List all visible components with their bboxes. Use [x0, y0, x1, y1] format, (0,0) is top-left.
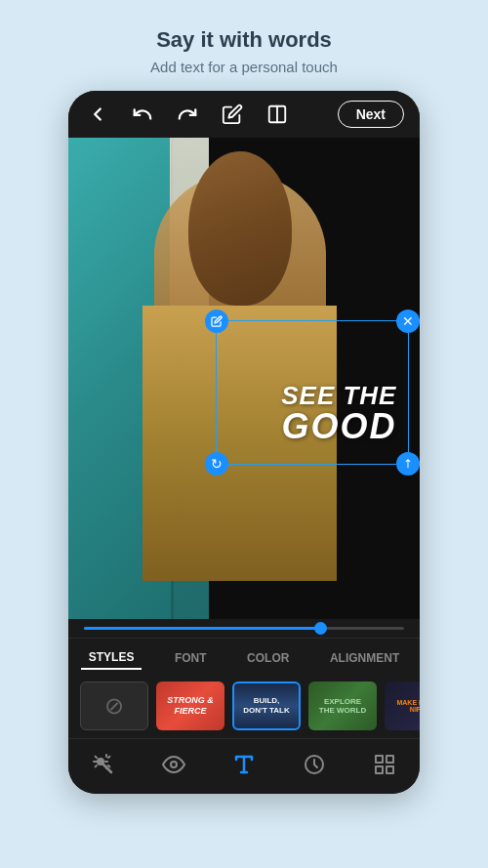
undo-icon[interactable] [129, 101, 156, 128]
none-icon: ⊘ [104, 692, 124, 720]
slider-track[interactable] [84, 627, 404, 630]
svg-rect-10 [376, 766, 383, 773]
nav-history[interactable] [299, 749, 330, 780]
style-build-dont-talk[interactable]: BUILD,DON'T TALK [232, 682, 301, 730]
styles-row: ⊘ STRONG &FIERCE BUILD,DON'T TALK EXPLOR… [68, 674, 420, 738]
svg-point-4 [171, 762, 177, 767]
style-strong-fierce[interactable]: STRONG &FIERCE [156, 682, 224, 730]
top-bar-left [84, 101, 291, 128]
svg-line-3 [103, 765, 111, 772]
style-none[interactable]: ⊘ [80, 682, 148, 730]
page-title: Say it with words [150, 27, 338, 53]
tab-alignment[interactable]: ALIGNMENT [322, 647, 407, 669]
svg-rect-11 [386, 766, 393, 773]
back-icon[interactable] [84, 101, 111, 128]
tab-styles[interactable]: STYLES [81, 646, 142, 670]
compare-icon[interactable] [264, 101, 291, 128]
tab-color[interactable]: COLOR [239, 647, 297, 669]
image-area: ✕ ↻ ↗ SEE THE GOOD [68, 138, 420, 619]
svg-rect-8 [376, 756, 383, 763]
overlay-line2: GOOD [281, 409, 396, 444]
next-button[interactable]: Next [338, 101, 404, 128]
tab-font[interactable]: FONT [167, 647, 215, 669]
edit-icon[interactable] [219, 101, 246, 128]
slider-thumb[interactable] [314, 622, 327, 635]
text-overlay[interactable]: SEE THE GOOD [281, 382, 396, 445]
bottom-nav [68, 738, 420, 794]
nav-wand[interactable] [88, 749, 119, 780]
nav-eye[interactable] [158, 749, 189, 780]
style-thumb-label-4: MAKE IT SIG-NIFIC [396, 699, 420, 713]
svg-rect-9 [386, 756, 393, 763]
style-explore-world[interactable]: EXPLORETHE WORLD [308, 682, 377, 730]
page-header: Say it with words Add text for a persona… [121, 0, 367, 91]
slider-fill [84, 627, 324, 630]
handle-edit[interactable] [205, 310, 228, 333]
slider-area [68, 619, 420, 638]
style-thumb-label-3: EXPLORETHE WORLD [319, 697, 366, 715]
style-thumb-label-2: BUILD,DON'T TALK [243, 696, 290, 715]
style-make-it[interactable]: MAKE IT SIG-NIFIC [385, 682, 420, 730]
tabs-bar: STYLES FONT COLOR ALIGNMENT [68, 638, 420, 674]
svg-point-2 [98, 759, 103, 765]
person-head [188, 151, 291, 307]
phone-frame: Next ✕ [68, 91, 420, 794]
top-bar: Next [68, 91, 420, 138]
redo-icon[interactable] [174, 101, 201, 128]
nav-text[interactable] [228, 749, 260, 780]
style-thumb-label-1: STRONG &FIERCE [167, 695, 214, 717]
nav-layers[interactable] [369, 749, 400, 780]
overlay-line1: SEE THE [281, 382, 396, 410]
selection-box[interactable]: ✕ ↻ ↗ SEE THE GOOD [216, 320, 409, 465]
page-subtitle: Add text for a personal touch [150, 59, 338, 75]
